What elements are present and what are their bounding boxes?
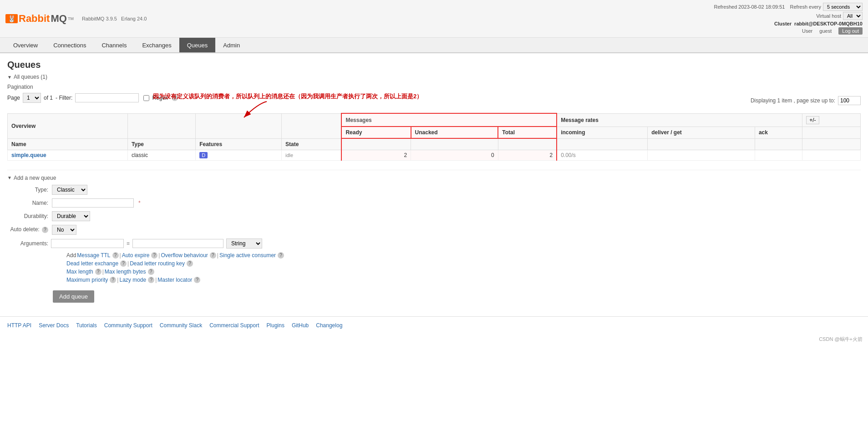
auto-expire-help[interactable]: ? <box>151 252 157 259</box>
queues-table: Overview Messages Message rates +/- Read… <box>7 113 861 161</box>
dlr-help[interactable]: ? <box>187 260 193 267</box>
plus-minus-button[interactable]: +/- <box>806 116 819 124</box>
page-size-input[interactable] <box>838 96 861 105</box>
footer-link-github[interactable]: GitHub <box>292 322 309 329</box>
link-master-locator[interactable]: Master locator <box>157 277 192 283</box>
lazy-help[interactable]: ? <box>148 277 154 283</box>
link-single-active[interactable]: Single active consumer <box>219 252 276 259</box>
link-max-length[interactable]: Max length <box>66 269 93 275</box>
link-lazy-mode[interactable]: Lazy mode <box>119 277 146 283</box>
master-help[interactable]: ? <box>194 277 200 283</box>
durability-label: Durability: <box>7 213 48 219</box>
displaying-info: Displaying 1 item , page size up to: <box>751 96 861 105</box>
footer-link-plugins[interactable]: Plugins <box>267 322 284 329</box>
auto-delete-select[interactable]: No Yes <box>52 225 76 235</box>
arguments-row: Arguments: = String Number Boolean <box>7 238 861 249</box>
cell-total: 2 <box>498 150 557 160</box>
mlb-help[interactable]: ? <box>148 269 154 275</box>
th-unacked: Unacked <box>411 127 498 138</box>
type-select[interactable]: Classic Quorum <box>52 185 87 195</box>
filter-input[interactable] <box>75 93 139 102</box>
link-dead-letter-routing[interactable]: Dead letter routing key <box>130 260 185 267</box>
link-auto-expire[interactable]: Auto expire <box>122 252 150 259</box>
displaying-text: Displaying 1 item , page size up to: <box>751 97 835 104</box>
auto-delete-help[interactable]: ? <box>42 227 48 233</box>
msg-ttl-help[interactable]: ? <box>112 252 119 259</box>
logout-button[interactable]: Log out <box>838 27 863 35</box>
args-key-input[interactable] <box>51 239 124 248</box>
th-name-col: Name <box>8 138 128 150</box>
footer-link-tutorials[interactable]: Tutorials <box>76 322 97 329</box>
nav-admin[interactable]: Admin <box>215 38 248 52</box>
max-priority-help[interactable]: ? <box>110 277 116 283</box>
logo-tm: TM <box>68 16 74 21</box>
nav-channels[interactable]: Channels <box>94 38 134 52</box>
th-features-h <box>196 113 282 138</box>
cell-name[interactable]: simple.queue <box>8 150 128 160</box>
refresh-select[interactable]: 5 seconds 10 seconds 30 seconds 60 secon… <box>823 3 863 11</box>
nav-exchanges[interactable]: Exchanges <box>134 38 179 52</box>
footer-link-commercial-support[interactable]: Commercial Support <box>209 322 259 329</box>
refresh-row: Refreshed 2023-08-02 18:09:51 Refresh ev… <box>714 3 863 11</box>
regex-checkbox[interactable] <box>143 95 149 101</box>
args-type-select[interactable]: String Number Boolean <box>226 238 262 249</box>
cluster-row: Cluster rabbit@DESKTOP-0MQBH10 <box>774 21 863 26</box>
th-plusminus[interactable]: +/- <box>802 113 861 127</box>
link-dead-letter-exchange[interactable]: Dead letter exchange <box>66 260 118 267</box>
th-extra2 <box>802 138 861 150</box>
durability-row: Durability: Durable Transient <box>7 211 861 221</box>
add-label: Add <box>66 252 76 259</box>
footer-link-http-api[interactable]: HTTP API <box>7 322 31 329</box>
link-max-priority[interactable]: Maximum priority <box>66 277 108 283</box>
type-label: Type: <box>7 187 48 193</box>
regex-help[interactable]: ? <box>172 95 178 101</box>
nav-overview[interactable]: Overview <box>5 38 46 52</box>
footer-link-changelog[interactable]: Changelog <box>316 322 342 329</box>
link-max-length-bytes[interactable]: Max length bytes <box>105 269 146 275</box>
th-messages-group: Messages <box>341 113 557 127</box>
durability-select[interactable]: Durable Transient <box>52 211 90 221</box>
logo-mq-text: MQ <box>51 13 66 25</box>
footer-link-community-slack[interactable]: Community Slack <box>160 322 202 329</box>
cell-deliver-get <box>648 150 755 160</box>
cell-extra <box>802 150 861 160</box>
th-ready: Ready <box>341 127 411 138</box>
logo-icon: 🐰 <box>5 14 18 23</box>
vhost-select[interactable]: All / <box>843 12 863 20</box>
th-ready2 <box>341 138 411 150</box>
pagination-label: Pagination <box>7 84 861 90</box>
nav-queues[interactable]: Queues <box>179 38 216 52</box>
add-queue-title: Add a new queue <box>14 175 56 181</box>
footer-link-server-docs[interactable]: Server Docs <box>39 322 69 329</box>
name-input[interactable] <box>52 198 134 208</box>
name-label: Name: <box>7 200 48 206</box>
footer-link-community-support[interactable]: Community Support <box>104 322 152 329</box>
overflow-help[interactable]: ? <box>210 252 216 259</box>
submit-row: Add queue <box>53 288 861 303</box>
th-state-h <box>281 113 341 138</box>
cell-state: idle <box>281 150 341 160</box>
logo-area: 🐰 RabbitMQTM RabbitMQ 3.9.5 Erlang 24.0 <box>5 13 147 25</box>
refresh-label: Refresh every <box>790 4 821 10</box>
link-overflow[interactable]: Overflow behaviour <box>161 252 208 259</box>
add-queue-button[interactable]: Add queue <box>53 290 94 303</box>
page-title: Queues <box>7 60 861 70</box>
vhost-row: Virtual host All / <box>816 12 863 20</box>
page-of: of 1 <box>44 95 53 101</box>
user-value: guest <box>819 28 832 34</box>
page-select[interactable]: 1 <box>23 93 41 103</box>
th-incoming: incoming <box>557 127 648 138</box>
name-row: Name: * <box>7 198 861 208</box>
max-length-help[interactable]: ? <box>95 269 102 275</box>
nav-connections[interactable]: Connections <box>46 38 94 52</box>
link-message-ttl[interactable]: Message TTL <box>77 252 110 259</box>
user-label: User <box>802 28 812 34</box>
all-queues-toggle[interactable]: ▼ All queues (1) <box>7 74 861 80</box>
single-active-help[interactable]: ? <box>278 252 284 259</box>
type-row: Type: Classic Quorum <box>7 185 861 195</box>
dle-help[interactable]: ? <box>120 260 127 267</box>
args-val-input[interactable] <box>132 239 223 248</box>
th-name: Overview <box>8 113 128 138</box>
th-deliver-get: deliver / get <box>648 127 755 138</box>
add-queue-toggle[interactable]: ▼ Add a new queue <box>7 175 861 181</box>
